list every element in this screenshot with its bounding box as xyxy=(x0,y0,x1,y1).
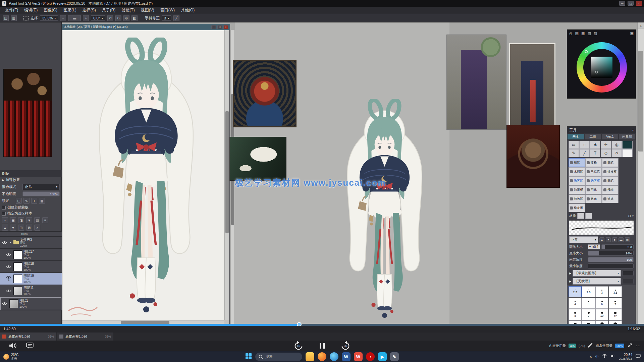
brush-fx[interactable]: 特效笔 xyxy=(569,194,585,203)
visibility-eye-icon[interactable] xyxy=(5,262,12,272)
taskbar-app-music[interactable]: ♪ xyxy=(366,352,375,361)
scratchpad-tab-icon[interactable]: ▨ xyxy=(594,31,597,36)
brush-eraser2[interactable]: 橡皮擦 xyxy=(569,203,585,212)
layer-row-17[interactable]: 图层17 正常 100% xyxy=(0,249,62,261)
zoom-in-button[interactable]: + xyxy=(83,15,89,21)
menu-item-filter[interactable]: 滤镜(T) xyxy=(118,7,138,14)
scrollbar-thumb[interactable] xyxy=(638,51,643,152)
canvas-tab-2[interactable]: 新建画布1.psd 36% xyxy=(57,333,113,341)
doc-maximize-button[interactable]: □ xyxy=(217,25,222,29)
document-window-titlebar[interactable]: 本地磁盘 (D:) / 莫那 / 新建画布1.psd (*) (35.3%) ─… xyxy=(62,24,230,30)
ime-indicator[interactable]: 中 xyxy=(595,354,599,359)
selection-tool-icon[interactable] xyxy=(23,16,29,20)
caret-down-icon[interactable]: ▾ xyxy=(632,215,634,218)
scroll-arrow-up[interactable]: ▴ xyxy=(638,22,644,28)
layer-row-partial[interactable]: 100% xyxy=(0,232,62,237)
taskbar-app-paint-sai[interactable]: ✎ xyxy=(390,352,399,361)
line-tool-icon[interactable]: ╱ xyxy=(579,149,590,157)
brush-scatter[interactable]: 散布 xyxy=(585,194,602,203)
rotate-ccw-button[interactable]: ↺ xyxy=(107,15,113,21)
brush-shape-texture-icon[interactable]: ▦ xyxy=(625,237,630,242)
zoom-slider[interactable]: ▬ xyxy=(68,15,81,21)
rotate-tool-icon[interactable]: ↻ xyxy=(611,149,622,157)
density-slider[interactable]: 100 xyxy=(588,257,634,262)
visibility-eye-icon[interactable] xyxy=(5,286,12,296)
brush-size-slider[interactable]: 2.3 xyxy=(601,244,634,249)
tray-volume-icon[interactable] xyxy=(610,354,615,359)
color-wheel[interactable] xyxy=(577,42,627,93)
size-preset[interactable]: 9 xyxy=(582,309,595,320)
brush-selection-pen[interactable]: 选区笔 xyxy=(569,176,585,185)
canvas-viewport[interactable] xyxy=(62,30,224,320)
texture-slot-2[interactable] xyxy=(585,213,592,219)
danmaku-chat-icon[interactable] xyxy=(26,343,34,350)
color-mixer-tab-icon[interactable]: ▦ xyxy=(581,31,585,36)
brush-pencil[interactable]: 铅笔 xyxy=(569,158,585,167)
brush-blur[interactable]: 模糊 xyxy=(602,185,619,194)
angle-value-box[interactable]: 0.0° ▾ xyxy=(91,15,105,21)
brush-blend-select[interactable]: 正常 ▾ xyxy=(569,236,598,243)
min-size-slider[interactable]: 24% xyxy=(588,251,634,256)
opacity-slider[interactable]: 100% xyxy=(22,191,60,196)
size-preset[interactable]: 10 xyxy=(595,309,608,320)
brush-shape-select[interactable]: 【常规的圆形】 ▾ xyxy=(573,270,621,277)
move-up-button[interactable]: ▲ xyxy=(2,225,8,231)
fullscreen-icon[interactable] xyxy=(627,343,633,349)
new-folder-button[interactable]: ▣ xyxy=(10,217,16,223)
menu-item-layer[interactable]: 图层(L) xyxy=(60,7,79,14)
brush-texture-select[interactable]: 【无纹理】 ▾ xyxy=(573,278,621,285)
taskbar-app-firefox[interactable] xyxy=(318,352,326,361)
taskbar-app-browser[interactable] xyxy=(330,352,338,361)
layer-effect-button[interactable]: ▤ xyxy=(34,217,40,223)
clipping-mask-row[interactable]: 创建剪贴蒙版 xyxy=(0,204,62,210)
notification-center-icon[interactable] xyxy=(636,354,641,359)
caret-down-icon[interactable]: ▾ xyxy=(632,129,634,132)
visibility-eye-icon[interactable] xyxy=(5,250,12,260)
expand-arrow-icon[interactable]: ▶ xyxy=(569,272,571,275)
canvas-vertical-scrollbar[interactable] xyxy=(224,30,229,320)
tab-toolbox[interactable]: 画具箱 xyxy=(619,133,636,140)
flip-horizontal-button[interactable]: ◧ xyxy=(131,15,138,21)
brush-shape-flat-icon[interactable]: ▲ xyxy=(599,237,604,242)
zoom-out-button[interactable]: − xyxy=(60,15,66,21)
menu-item-select[interactable]: 选择(S) xyxy=(79,7,99,14)
wifi-icon[interactable] xyxy=(602,354,607,359)
size-preset[interactable]: 8 xyxy=(569,309,582,320)
size-preset[interactable]: 7 xyxy=(609,298,622,309)
magic-wand-tool-icon[interactable]: ✱ xyxy=(590,141,600,149)
transfer-down-button[interactable]: ▼ xyxy=(26,217,32,223)
menu-item-other[interactable]: 其他(O) xyxy=(178,7,198,14)
rewind-10-button[interactable]: 10 xyxy=(293,341,304,351)
brush-eraser[interactable]: 橡皮擦 xyxy=(602,167,619,176)
visibility-eye-icon[interactable] xyxy=(1,238,8,248)
merge-down-button[interactable]: ▼ xyxy=(10,225,16,231)
brush-round2[interactable]: 圆笔 xyxy=(602,176,619,185)
menu-item-view[interactable]: 视图(V) xyxy=(138,7,157,14)
size-unit-select[interactable]: ▾ x0.1 xyxy=(588,244,600,249)
annotate-pencil-icon[interactable] xyxy=(588,343,593,349)
layer-row-18[interactable]: 图层18 正常 100% xyxy=(0,261,62,273)
canvas-tab-1[interactable]: 新建画布1.psd 36% xyxy=(0,333,56,341)
new-layer-button[interactable]: ▫ xyxy=(2,217,8,223)
clipping-mask-checkbox[interactable] xyxy=(2,206,6,209)
delete-layer-button[interactable]: × xyxy=(34,225,40,231)
taskbar-clock[interactable]: 20:54 2025/5/13 xyxy=(619,353,632,361)
lock-all-button[interactable]: ▦ xyxy=(39,198,45,204)
lock-transparency-button[interactable]: ▢ xyxy=(16,198,22,204)
menu-item-edit[interactable]: 编辑(E) xyxy=(21,7,41,14)
saturation-value-square[interactable] xyxy=(591,57,612,78)
window-minimize-button[interactable]: ─ xyxy=(619,1,625,6)
color-sliders-tab-icon[interactable]: ▤ xyxy=(575,31,579,36)
taskbar-app-video[interactable]: ▶ xyxy=(378,352,387,361)
brush-round[interactable]: 圆笔 xyxy=(602,158,619,167)
taskbar-app-word[interactable]: W xyxy=(342,352,351,361)
brush-shape-round-icon[interactable]: ▲ xyxy=(606,237,611,242)
eyedropper-tool-icon[interactable]: ⊙ xyxy=(601,149,611,157)
tab-basic[interactable]: 基本 xyxy=(567,133,584,140)
layer-row-1[interactable]: 图层1 正常 100% xyxy=(0,297,62,310)
selection-sample-row[interactable]: 指定为选区样本 xyxy=(0,210,62,217)
reset-view-button[interactable]: ⊙ xyxy=(123,15,129,21)
layer-row-11[interactable]: 图层11 正常 100% xyxy=(0,285,62,297)
start-button[interactable] xyxy=(245,353,252,361)
tab-ver1[interactable]: Ver.1 xyxy=(601,133,619,140)
